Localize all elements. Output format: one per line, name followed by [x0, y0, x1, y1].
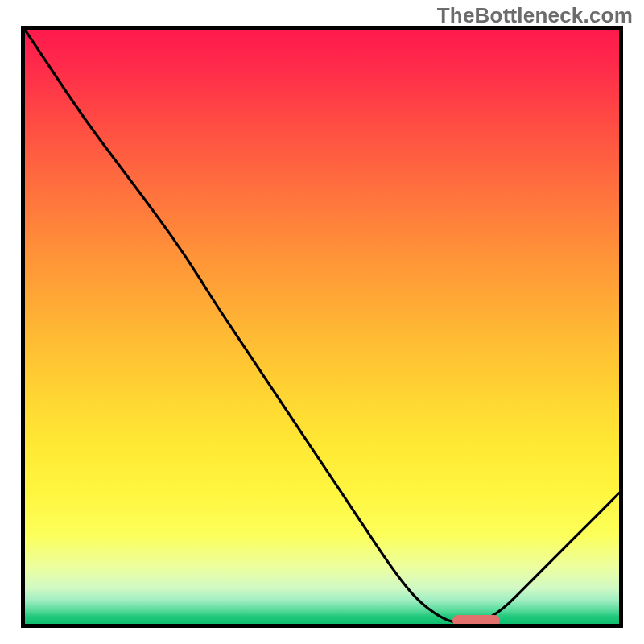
optimal-range-marker [452, 615, 500, 626]
bottleneck-curve [25, 30, 619, 624]
chart-stage: TheBottleneck.com [0, 0, 644, 644]
chart-frame [21, 26, 623, 628]
chart-plot-area [25, 30, 619, 624]
watermark-text: TheBottleneck.com [437, 3, 633, 28]
